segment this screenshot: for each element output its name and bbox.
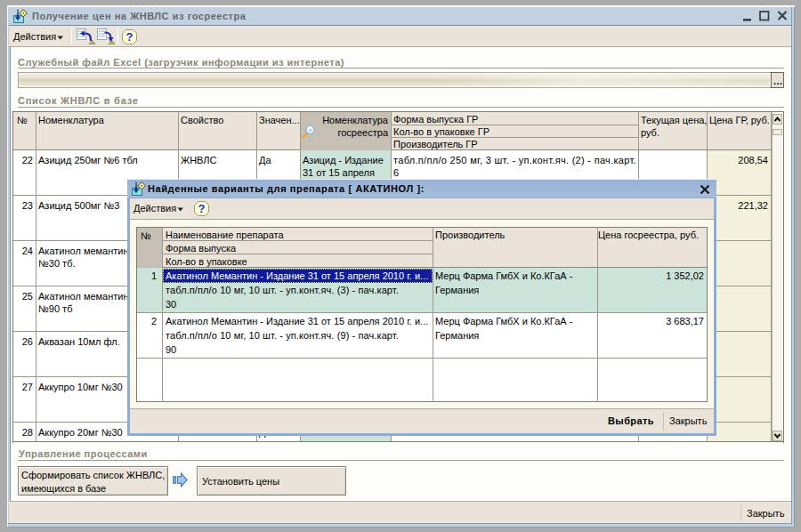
svg-text:?: ? xyxy=(198,202,206,215)
svg-text:?: ? xyxy=(126,30,134,44)
